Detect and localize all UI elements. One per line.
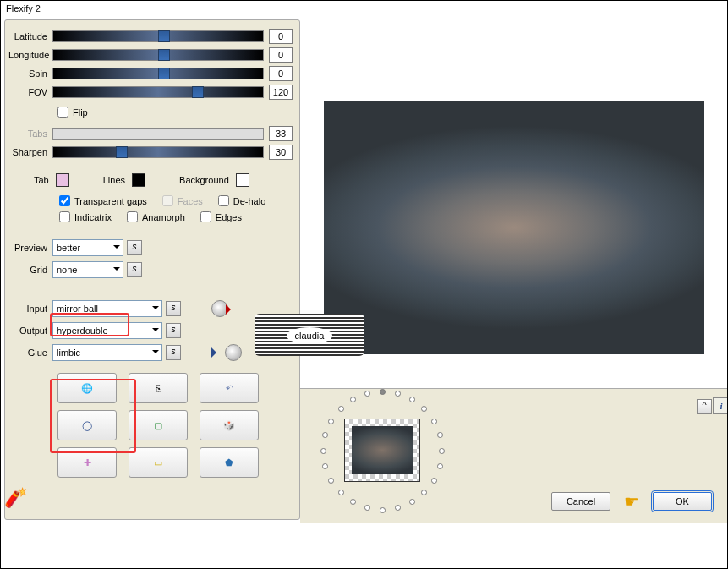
cancel-button[interactable]: Cancel bbox=[551, 492, 610, 511]
undo-button[interactable]: ↶ bbox=[200, 373, 259, 403]
glue-reset-button[interactable]: s bbox=[166, 345, 181, 360]
preview-reset-button[interactable]: s bbox=[127, 240, 142, 255]
glue-select[interactable]: limbic bbox=[52, 344, 162, 361]
preset-dot[interactable] bbox=[431, 419, 437, 424]
dice-button[interactable]: 🎲 bbox=[200, 410, 259, 440]
longitude-slider[interactable] bbox=[52, 49, 264, 61]
copy-button[interactable]: ⎘ bbox=[129, 373, 188, 403]
preset-dot[interactable] bbox=[364, 391, 370, 397]
background-swatch[interactable] bbox=[236, 173, 249, 187]
preset-dot[interactable] bbox=[320, 448, 326, 454]
spin-value[interactable]: 0 bbox=[269, 66, 293, 81]
preset-dot[interactable] bbox=[380, 389, 386, 395]
preview-select[interactable]: better bbox=[52, 239, 123, 256]
flip-checkbox[interactable]: Flip bbox=[57, 107, 88, 118]
spin-label: Spin bbox=[8, 68, 52, 79]
anamorph-label: Anamorph bbox=[142, 212, 185, 222]
preset-dot[interactable] bbox=[439, 448, 445, 454]
preset-dot[interactable] bbox=[437, 432, 443, 438]
ring-button[interactable]: ◯ bbox=[57, 410, 117, 440]
sharpen-value[interactable]: 30 bbox=[269, 145, 293, 160]
output-select[interactable]: hyperdouble bbox=[52, 322, 162, 339]
anamorph-checkbox[interactable]: Anamorph bbox=[127, 211, 185, 222]
preview-label: Preview bbox=[8, 243, 52, 253]
bottom-bar: i − 50% + ^ Flexify 2 settings Cancel ☛ … bbox=[300, 388, 727, 523]
info-button[interactable]: i bbox=[713, 397, 728, 414]
brick-icon: ▭ bbox=[154, 457, 162, 468]
preset-dot[interactable] bbox=[437, 463, 443, 469]
grenade-icon[interactable]: 🧨 bbox=[4, 487, 27, 509]
latitude-slider[interactable] bbox=[52, 30, 264, 42]
preset-dot[interactable] bbox=[380, 507, 386, 513]
tab-swatch[interactable] bbox=[56, 173, 69, 187]
home-button[interactable]: 🌐 bbox=[57, 373, 117, 403]
watermark: claudia bbox=[255, 314, 364, 356]
preset-dot[interactable] bbox=[395, 505, 401, 511]
preset-dot[interactable] bbox=[395, 391, 401, 397]
grid-reset-button[interactable]: s bbox=[127, 262, 142, 277]
lines-swatch-label: Lines bbox=[103, 175, 125, 185]
latitude-value[interactable]: 0 bbox=[269, 29, 293, 44]
faces-label: Faces bbox=[178, 196, 203, 206]
brick-button[interactable]: ▭ bbox=[129, 447, 188, 478]
tabs-value[interactable]: 33 bbox=[269, 126, 293, 141]
preset-dot[interactable] bbox=[322, 432, 328, 438]
page-icon: ⎘ bbox=[156, 383, 161, 393]
spin-slider[interactable] bbox=[52, 68, 264, 79]
preset-thumbnail[interactable] bbox=[344, 419, 420, 482]
preset-dot[interactable] bbox=[431, 478, 437, 484]
input-select[interactable]: mirror ball bbox=[52, 300, 162, 317]
preset-dot[interactable] bbox=[364, 505, 370, 511]
square-icon: ▢ bbox=[154, 420, 162, 431]
undo-icon: ↶ bbox=[226, 383, 233, 394]
edges-label: Edges bbox=[216, 212, 242, 222]
grid-select[interactable]: none bbox=[52, 261, 123, 278]
longitude-label: Longitude bbox=[8, 50, 52, 60]
transparent-gaps-label: Transparent gaps bbox=[74, 196, 147, 206]
tab-swatch-label: Tab bbox=[34, 175, 49, 185]
output-reset-button[interactable]: s bbox=[166, 323, 181, 338]
preset-dot[interactable] bbox=[350, 397, 356, 402]
play-arrow-icon[interactable] bbox=[211, 347, 222, 358]
preset-dot[interactable] bbox=[328, 419, 334, 424]
square-button[interactable]: ▢ bbox=[129, 410, 188, 440]
longitude-value[interactable]: 0 bbox=[269, 47, 293, 63]
input-reset-button[interactable]: s bbox=[166, 301, 181, 316]
transparent-gaps-checkbox[interactable]: Transparent gaps bbox=[59, 195, 147, 206]
lines-swatch[interactable] bbox=[132, 173, 145, 187]
preset-dot[interactable] bbox=[409, 499, 415, 505]
reset-caret-button[interactable]: ^ bbox=[697, 399, 712, 414]
output-label: Output bbox=[8, 326, 52, 336]
input-label: Input bbox=[8, 304, 52, 314]
preset-dot[interactable] bbox=[338, 490, 344, 495]
preset-dot[interactable] bbox=[421, 406, 427, 412]
indicatrix-label: Indicatrix bbox=[74, 212, 112, 222]
preset-dot[interactable] bbox=[328, 478, 334, 484]
plus-button[interactable]: ✚ bbox=[57, 447, 117, 478]
dehalo-checkbox[interactable]: De-halo bbox=[218, 195, 266, 206]
preview-image[interactable] bbox=[324, 101, 704, 354]
tabs-slider bbox=[52, 128, 264, 140]
globe-icon: 🌐 bbox=[81, 383, 93, 394]
fov-slider[interactable] bbox=[52, 86, 264, 98]
play-input-icon[interactable] bbox=[211, 300, 228, 317]
background-swatch-label: Background bbox=[179, 175, 229, 185]
fov-value[interactable]: 120 bbox=[269, 85, 293, 100]
sharpen-label: Sharpen bbox=[8, 147, 52, 157]
dehalo-label: De-halo bbox=[233, 196, 266, 206]
plus-icon: ✚ bbox=[84, 457, 91, 468]
ring-icon: ◯ bbox=[82, 420, 92, 431]
sharpen-slider[interactable] bbox=[52, 146, 264, 158]
preset-dot[interactable] bbox=[421, 490, 427, 495]
disc-icon[interactable] bbox=[225, 344, 242, 361]
preset-dot[interactable] bbox=[338, 406, 344, 412]
edges-checkbox[interactable]: Edges bbox=[200, 211, 242, 222]
faces-checkbox: Faces bbox=[162, 195, 203, 206]
preset-dot[interactable] bbox=[409, 397, 415, 402]
preset-dot[interactable] bbox=[322, 463, 328, 469]
tabs-label: Tabs bbox=[8, 129, 52, 139]
indicatrix-checkbox[interactable]: Indicatrix bbox=[59, 211, 112, 222]
preset-dot[interactable] bbox=[350, 499, 356, 505]
gem-button[interactable]: ⬟ bbox=[200, 447, 259, 478]
ok-button[interactable]: OK bbox=[653, 492, 712, 511]
